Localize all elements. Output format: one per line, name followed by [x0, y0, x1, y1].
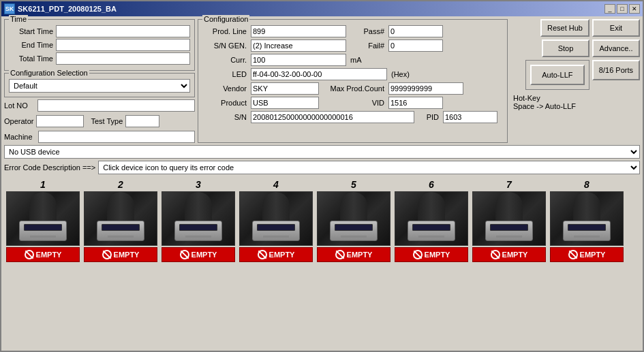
usb-slot-7-status-label: EMPTY — [502, 251, 528, 259]
hotkey-value: Space -> Auto-LLF — [513, 102, 637, 110]
usb-slot-1-number: 1 — [40, 179, 46, 190]
window-controls: _ □ ✕ — [604, 4, 640, 14]
usb-slot-1-image[interactable] — [6, 191, 80, 246]
curr-input[interactable] — [251, 54, 346, 66]
machine-label: Machine — [4, 133, 33, 141]
vendor-input[interactable] — [251, 82, 319, 95]
error-code-label: Error Code Description ==> — [4, 163, 95, 172]
hotkey-area: Hot-Key Space -> Auto-LLF — [510, 93, 640, 112]
usb-slot-3: 3 EMPTY — [161, 179, 236, 262]
usb-slot-7-number: 7 — [506, 179, 512, 190]
empty-icon-2 — [102, 250, 112, 259]
end-time-input[interactable] — [56, 39, 190, 51]
max-prod-input[interactable] — [388, 82, 463, 95]
empty-icon-8 — [568, 250, 578, 259]
left-panel: Time Start Time End Time Total Time — [4, 19, 195, 143]
ports-8-16-button[interactable]: 8/16 Ports — [592, 60, 640, 80]
hotkey-label: Hot-Key — [513, 94, 637, 102]
machine-row: Machine — [4, 131, 195, 143]
app-icon: SK — [4, 3, 15, 14]
prod-line-input[interactable] — [251, 25, 346, 37]
usb-slot-8: 8 EMPTY — [549, 179, 624, 262]
advance-button[interactable]: Advance.. — [592, 39, 640, 57]
vid-input[interactable] — [388, 97, 443, 109]
start-time-row: Start Time — [9, 25, 190, 37]
usb-slot-3-image[interactable] — [162, 191, 235, 246]
pass-label: Pass# — [350, 27, 384, 35]
auto-llf-area: Auto-LLF — [525, 60, 589, 90]
title-bar: SK SK6211_PDT_20080125_BA _ □ ✕ — [1, 1, 643, 16]
bottom-status: No USB device Error Code Description ==>… — [4, 145, 640, 174]
vid-label: VID — [323, 99, 384, 107]
usb-slot-2-status-label: EMPTY — [114, 251, 140, 259]
test-type-input[interactable] — [125, 115, 159, 127]
start-time-label: Start Time — [9, 27, 53, 35]
auto-llf-button[interactable]: Auto-LLF — [530, 65, 585, 85]
usb-slot-6-number: 6 — [429, 179, 434, 190]
sn-input[interactable] — [251, 111, 414, 123]
error-code-select[interactable]: Click device icon to query its error cod… — [98, 161, 640, 174]
minimize-button[interactable]: _ — [604, 4, 615, 14]
empty-icon-1 — [25, 250, 34, 259]
usb-slot-4-image[interactable] — [239, 191, 313, 246]
end-time-label: End Time — [9, 41, 53, 49]
lot-label: Lot NO — [4, 101, 35, 110]
led-input[interactable] — [251, 68, 387, 80]
time-group: Time Start Time End Time Total Time — [4, 19, 195, 71]
pid-input[interactable] — [443, 111, 497, 123]
config-selection-dropdown[interactable]: Default — [9, 79, 190, 93]
main-window: SK SK6211_PDT_20080125_BA _ □ ✕ Time Sta… — [0, 0, 644, 352]
test-type-label: Test Type — [91, 117, 123, 125]
usb-slot-1: 1 EMPTY — [5, 179, 80, 262]
top-btn-row: Reset Hub Exit — [510, 19, 640, 37]
empty-icon-3 — [180, 250, 189, 259]
usb-slot-4-status[interactable]: EMPTY — [239, 247, 313, 262]
usb-slot-6-image[interactable] — [395, 191, 468, 246]
end-time-row: End Time — [9, 39, 190, 51]
operator-label: Operator — [4, 117, 33, 125]
usb-slot-1-status[interactable]: EMPTY — [6, 247, 80, 262]
usb-device-row: No USB device — [4, 145, 640, 159]
usb-slot-5-status[interactable]: EMPTY — [317, 247, 390, 262]
usb-slot-5-status-label: EMPTY — [347, 251, 373, 259]
pass-input[interactable] — [388, 25, 443, 37]
machine-input[interactable] — [38, 131, 195, 143]
maximize-button[interactable]: □ — [617, 4, 628, 14]
close-button[interactable]: ✕ — [629, 4, 640, 14]
lot-row: Lot NO — [4, 99, 195, 112]
sn-label: S/N — [202, 113, 247, 121]
max-prod-label: Max Prod.Count — [323, 84, 384, 93]
usb-slot-5-number: 5 — [351, 179, 356, 190]
usb-slot-8-image[interactable] — [550, 191, 624, 246]
exit-button[interactable]: Exit — [592, 19, 640, 37]
usb-slot-8-status-label: EMPTY — [580, 251, 606, 259]
stop-button[interactable]: Stop — [542, 39, 589, 57]
sn-gen-input[interactable] — [251, 39, 346, 52]
config-selection-group: Configuration Selection Default — [4, 73, 195, 97]
sn-gen-label: S/N GEN. — [202, 42, 247, 50]
usb-slot-2-status[interactable]: EMPTY — [84, 247, 157, 262]
mid-btn-row: Stop Advance.. — [510, 39, 640, 57]
usb-slot-7-status[interactable]: EMPTY — [472, 247, 546, 262]
usb-slot-5: 5 EMPTY — [316, 179, 391, 262]
usb-slot-2-number: 2 — [118, 179, 123, 190]
usb-slot-6: 6 EMPTY — [394, 179, 469, 262]
usb-slot-4: 4 EMPTY — [239, 179, 313, 262]
reset-hub-button[interactable]: Reset Hub — [540, 19, 589, 37]
empty-icon-7 — [491, 250, 500, 259]
usb-slot-3-number: 3 — [196, 179, 201, 190]
usb-slot-7-image[interactable] — [472, 191, 546, 246]
total-time-input[interactable] — [56, 52, 190, 65]
usb-slot-8-status[interactable]: EMPTY — [550, 247, 624, 262]
product-input[interactable] — [251, 97, 319, 109]
usb-slot-5-image[interactable] — [317, 191, 390, 246]
start-time-input[interactable] — [56, 25, 190, 37]
usb-slot-6-status[interactable]: EMPTY — [395, 247, 468, 262]
fail-input[interactable] — [388, 39, 443, 52]
usb-slot-3-status[interactable]: EMPTY — [162, 247, 235, 262]
config-selection-title: Configuration Selection — [9, 69, 89, 77]
usb-device-select[interactable]: No USB device — [4, 145, 640, 159]
lot-input[interactable] — [37, 99, 195, 112]
operator-input[interactable] — [36, 115, 84, 127]
usb-slot-2-image[interactable] — [84, 191, 157, 246]
